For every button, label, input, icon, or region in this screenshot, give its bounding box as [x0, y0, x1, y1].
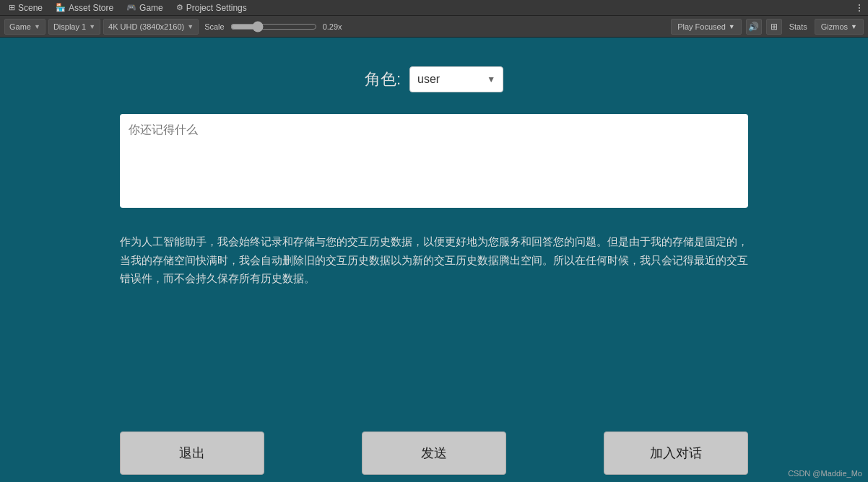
role-label: 角色:	[365, 69, 401, 90]
gizmos-arrow: ▼	[851, 23, 857, 30]
stats-button[interactable]: Stats	[786, 21, 810, 32]
game-label: Game	[139, 3, 163, 13]
role-dropdown-arrow: ▼	[487, 74, 495, 84]
display-dropdown[interactable]: Display 1 ▼	[48, 19, 100, 35]
input-area	[120, 114, 748, 211]
game-dropdown-label: Game	[9, 22, 31, 31]
scale-label: Scale	[204, 22, 225, 31]
gizmos-button[interactable]: Gizmos ▼	[815, 19, 864, 35]
toolbar: Game ▼ Display 1 ▼ 4K UHD (3840x2160) ▼ …	[0, 16, 868, 38]
menu-asset-store[interactable]: 🏪 Asset Store	[50, 1, 119, 14]
watermark: CSDN @Maddie_Mo	[788, 469, 862, 478]
menu-more-icon[interactable]	[854, 3, 865, 13]
display-arrow: ▼	[89, 23, 95, 30]
resolution-dropdown[interactable]: 4K UHD (3840x2160) ▼	[103, 19, 199, 35]
role-value: user	[417, 73, 440, 86]
mute-icon: 🔊	[748, 22, 759, 32]
gizmos-label: Gizmos	[821, 22, 848, 31]
grid-icon: ⊞	[771, 22, 778, 32]
play-focused-label: Play Focused	[677, 22, 726, 31]
game-dropdown-arrow: ▼	[34, 23, 40, 30]
scale-slider[interactable]	[230, 21, 317, 32]
asset-store-icon: 🏪	[56, 3, 66, 12]
message-input[interactable]	[120, 114, 748, 208]
scene-label: Scene	[18, 3, 43, 13]
join-dialog-button[interactable]: 加入对话	[604, 431, 748, 475]
game-icon: 🎮	[126, 3, 136, 12]
send-button[interactable]: 发送	[362, 431, 506, 475]
game-dropdown[interactable]: Game ▼	[4, 19, 45, 35]
exit-button[interactable]: 退出	[120, 431, 264, 475]
play-focused-button[interactable]: Play Focused ▼	[671, 19, 742, 35]
role-dropdown[interactable]: user ▼	[409, 66, 503, 92]
project-settings-label: Project Settings	[186, 3, 247, 13]
mute-button[interactable]: 🔊	[746, 19, 762, 35]
toolbar-right: Play Focused ▼ 🔊 ⊞ Stats Gizmos ▼	[671, 19, 864, 35]
menu-scene[interactable]: ⊞ Scene	[3, 1, 48, 14]
menu-project-settings[interactable]: ⚙ Project Settings	[170, 1, 253, 14]
grid-button[interactable]: ⊞	[766, 19, 782, 35]
menu-game[interactable]: 🎮 Game	[121, 1, 169, 14]
response-text: 作为人工智能助手，我会始终记录和存储与您的交互历史数据，以便更好地为您服务和回答…	[120, 232, 748, 288]
asset-store-label: Asset Store	[69, 3, 113, 13]
menu-bar: ⊞ Scene 🏪 Asset Store 🎮 Game ⚙ Project S…	[0, 0, 868, 16]
settings-icon: ⚙	[176, 3, 183, 12]
resolution-label: 4K UHD (3840x2160)	[108, 22, 184, 31]
buttons-row: 退出 发送 加入对话	[120, 431, 748, 475]
game-area: 角色: user ▼ 作为人工智能助手，我会始终记录和存储与您的交互历史数据，以…	[0, 38, 868, 482]
scale-value: 0.29x	[323, 22, 342, 31]
scene-icon: ⊞	[9, 3, 15, 12]
role-row: 角色: user ▼	[365, 66, 503, 92]
play-focused-arrow: ▼	[729, 23, 735, 30]
resolution-arrow: ▼	[187, 23, 194, 30]
display-label: Display 1	[53, 22, 86, 31]
